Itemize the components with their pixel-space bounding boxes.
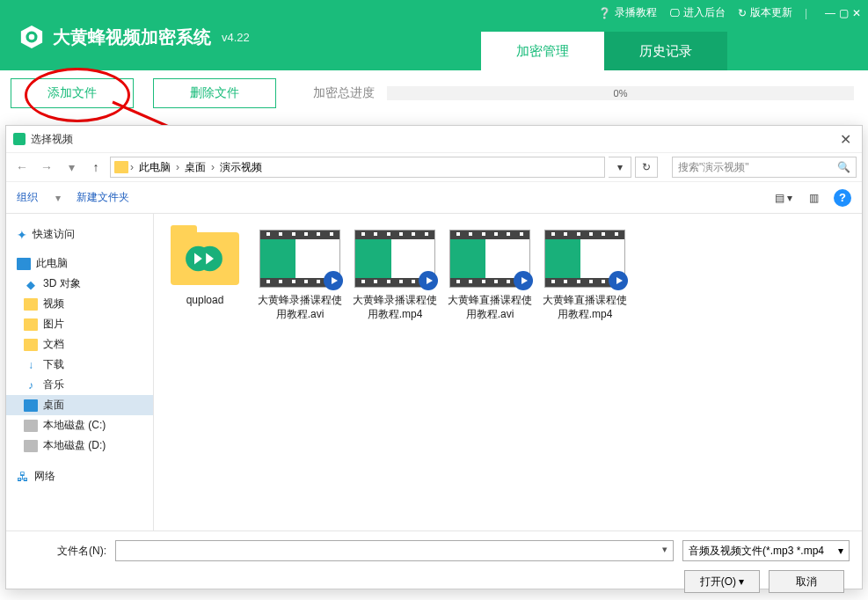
tab-encrypt[interactable]: 加密管理 (481, 32, 604, 70)
sidebar-item-label: 视频 (43, 296, 64, 311)
filetype-select[interactable]: 音频及视频文件(*.mp3 *.mp4▾ (682, 540, 850, 561)
sidebar-item-label: 文档 (43, 337, 64, 352)
sidebar-item[interactable]: 视频 (6, 294, 153, 314)
file-name: 大黄蜂录播课程使用教程.avi (258, 293, 342, 321)
nav-dropdown-button[interactable]: ▾ (609, 157, 631, 178)
breadcrumb[interactable]: › 此电脑 › 桌面 › 演示视频 (110, 157, 605, 178)
sidebar-item-label: 图片 (43, 317, 64, 332)
logo-icon (19, 25, 44, 49)
preview-pane-button[interactable]: ▥ (800, 187, 827, 209)
sidebar-network[interactable]: 🖧网络 (6, 466, 153, 487)
file-name: 大黄蜂直播课程使用教程.mp4 (543, 293, 627, 321)
nav-up-button[interactable]: ↑ (85, 157, 106, 178)
file-thumbnail (544, 230, 625, 288)
minimize-button[interactable]: — (825, 7, 835, 19)
nav-recent-button[interactable]: ▾ (61, 157, 82, 178)
sidebar-this-pc[interactable]: 此电脑 (6, 253, 153, 274)
folder-icon (114, 161, 128, 173)
backend-link[interactable]: 🖵进入后台 (669, 5, 726, 20)
nav-back-button[interactable]: ← (11, 157, 33, 178)
sidebar-item-label: 音乐 (43, 377, 64, 392)
video-file-item[interactable]: 大黄蜂直播课程使用教程.avi (448, 230, 532, 321)
sidebar-item-icon (24, 339, 38, 351)
file-name: qupload (186, 293, 224, 307)
dialog-sidebar: ✦快速访问 此电脑 ◆3D 对象视频图片文档↓下载♪音乐桌面本地磁盘 (C:)本… (6, 214, 154, 530)
dialog-titlebar: 选择视频 ✕ (6, 126, 862, 152)
video-file-item[interactable]: 大黄蜂录播课程使用教程.mp4 (353, 230, 437, 321)
refresh-icon: ↻ (738, 7, 747, 19)
update-link[interactable]: ↻版本更新 (738, 5, 792, 20)
dialog-toolbar: 组织 ▾ 新建文件夹 ▤ ▾ ▥ ? (6, 182, 862, 214)
new-folder-button[interactable]: 新建文件夹 (77, 190, 129, 205)
video-file-item[interactable]: 大黄蜂直播课程使用教程.mp4 (543, 230, 627, 321)
sidebar-item[interactable]: 本地磁盘 (C:) (6, 415, 153, 435)
dialog-body: ✦快速访问 此电脑 ◆3D 对象视频图片文档↓下载♪音乐桌面本地磁盘 (C:)本… (6, 214, 862, 530)
star-icon: ✦ (17, 228, 27, 242)
help-button[interactable]: ? (834, 189, 851, 207)
file-thumbnail (354, 230, 435, 288)
file-thumbnail (449, 230, 530, 288)
sidebar-quick-access[interactable]: ✦快速访问 (6, 224, 153, 245)
progress-value: 0% (614, 88, 628, 99)
sidebar-item-icon: ♪ (24, 379, 38, 391)
dialog-icon (13, 133, 26, 145)
sidebar-item-icon (24, 298, 38, 311)
file-name: 大黄蜂录播课程使用教程.mp4 (353, 293, 437, 321)
dialog-close-button[interactable]: ✕ (836, 131, 855, 148)
delete-file-button[interactable]: 删除文件 (153, 78, 276, 108)
sidebar-item-icon: ◆ (24, 278, 38, 290)
breadcrumb-item[interactable]: 演示视频 (216, 158, 266, 177)
sidebar-item[interactable]: 文档 (6, 334, 153, 355)
sidebar-item-label: 桌面 (43, 398, 64, 413)
sidebar-item-icon (24, 420, 38, 432)
sidebar-item-label: 3D 对象 (43, 276, 81, 291)
search-placeholder: 搜索"演示视频" (678, 160, 749, 175)
nav-forward-button[interactable]: → (36, 157, 57, 178)
dialog-footer: 文件名(N): 音频及视频文件(*.mp3 *.mp4▾ 打开(O) ▾ 取消 (6, 530, 862, 600)
search-icon: 🔍 (837, 161, 850, 173)
file-thumbnail (164, 230, 245, 288)
chevron-down-icon: ▾ (838, 545, 843, 557)
nav-refresh-button[interactable]: ↻ (635, 157, 658, 178)
breadcrumb-item[interactable]: 桌面 (181, 158, 209, 177)
sidebar-item[interactable]: 本地磁盘 (D:) (6, 435, 153, 456)
sidebar-item-label: 下载 (43, 357, 64, 372)
tab-history[interactable]: 历史记录 (604, 32, 727, 70)
monitor-icon (17, 258, 31, 270)
app-logo-block: 大黄蜂视频加密系统 v4.22 (19, 25, 250, 49)
help-icon: ❔ (598, 7, 611, 19)
tutorial-link[interactable]: ❔录播教程 (598, 5, 657, 20)
cancel-button[interactable]: 取消 (769, 570, 844, 593)
sidebar-item[interactable]: 图片 (6, 314, 153, 334)
filename-input[interactable] (115, 540, 674, 561)
organize-menu[interactable]: 组织 (17, 190, 38, 205)
svg-point-2 (29, 34, 35, 40)
sidebar-item[interactable]: ◆3D 对象 (6, 274, 153, 294)
sidebar-item-icon (24, 399, 38, 412)
sidebar-item-label: 本地磁盘 (C:) (43, 418, 106, 433)
dialog-nav: ← → ▾ ↑ › 此电脑 › 桌面 › 演示视频 ▾ ↻ 搜索"演示视频" 🔍 (6, 152, 862, 182)
file-thumbnail (259, 230, 340, 288)
app-title: 大黄蜂视频加密系统 (53, 26, 211, 49)
sidebar-item-icon (24, 440, 38, 452)
breadcrumb-item[interactable]: 此电脑 (135, 158, 174, 177)
open-button[interactable]: 打开(O) ▾ (684, 570, 760, 593)
progress-bar: 0% (387, 86, 854, 100)
add-file-button[interactable]: 添加文件 (11, 78, 134, 108)
folder-item[interactable]: qupload (163, 230, 247, 321)
sidebar-item[interactable]: ♪音乐 (6, 375, 153, 395)
view-mode-button[interactable]: ▤ ▾ (770, 187, 797, 209)
search-input[interactable]: 搜索"演示视频" 🔍 (672, 157, 857, 178)
file-area[interactable]: qupload大黄蜂录播课程使用教程.avi大黄蜂录播课程使用教程.mp4大黄蜂… (154, 214, 862, 530)
header-tabs: 加密管理 历史记录 (481, 32, 727, 70)
close-button[interactable]: ✕ (852, 7, 861, 19)
sidebar-item[interactable]: ↓下载 (6, 355, 153, 375)
sidebar-item[interactable]: 桌面 (6, 395, 153, 415)
video-file-item[interactable]: 大黄蜂录播课程使用教程.avi (258, 230, 342, 321)
header-top-links: ❔录播教程 🖵进入后台 ↻版本更新 | — ▢ ✕ (598, 5, 861, 20)
toolbar-row: 添加文件 删除文件 加密总进度 0% (0, 70, 868, 116)
file-name: 大黄蜂直播课程使用教程.avi (448, 293, 532, 321)
progress-label: 加密总进度 (313, 85, 375, 101)
maximize-button[interactable]: ▢ (839, 7, 849, 19)
network-icon: 🖧 (17, 470, 29, 484)
